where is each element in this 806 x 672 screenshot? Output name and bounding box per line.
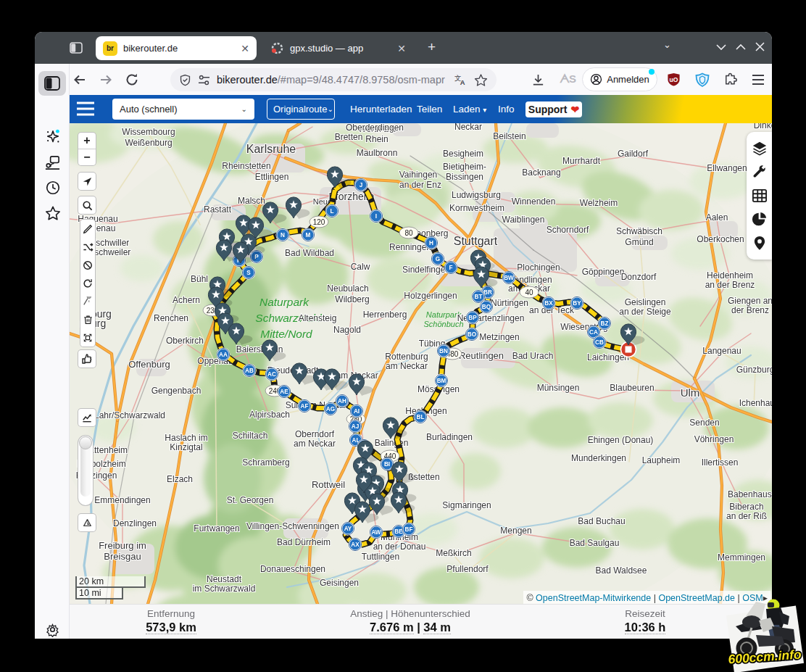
svg-text:Offenburg: Offenburg (128, 359, 170, 370)
svg-text:Wildberg: Wildberg (335, 294, 369, 304)
svg-text:Giengen an: Giengen an (728, 296, 772, 306)
svg-text:Blaubeuren: Blaubeuren (610, 383, 654, 393)
svg-text:BY: BY (573, 300, 581, 307)
svg-text:Donzdorf: Donzdorf (621, 272, 657, 282)
svg-text:Freiburg im: Freiburg im (99, 540, 146, 551)
svg-text:Schwäbisch: Schwäbisch (616, 226, 662, 236)
svg-text:CA: CA (589, 329, 598, 336)
svg-text:Malsch: Malsch (238, 196, 265, 206)
svg-text:AX: AX (351, 542, 360, 548)
svg-text:Neubulach: Neubulach (327, 283, 368, 294)
svg-text:Senden: Senden (689, 418, 719, 428)
svg-text:Winnenden: Winnenden (512, 196, 556, 207)
svg-text:BQ: BQ (482, 304, 491, 310)
svg-text:BT: BT (475, 294, 483, 300)
svg-text:AB: AB (245, 368, 254, 374)
svg-text:Bad Wildbad: Bad Wildbad (285, 248, 334, 258)
svg-text:Altensteig: Altensteig (299, 313, 337, 323)
svg-text:BO: BO (468, 331, 477, 338)
svg-text:Vöhringen: Vöhringen (694, 434, 734, 444)
svg-text:Neckar: Neckar (454, 123, 482, 132)
svg-text:Murrhardt: Murrhardt (562, 156, 601, 166)
svg-text:BI: BI (384, 461, 390, 468)
svg-text:Ludwigsburg: Ludwigsburg (452, 190, 501, 200)
svg-text:BX: BX (544, 300, 553, 307)
svg-text:Herrenberg: Herrenberg (363, 310, 407, 320)
svg-text:Achern: Achern (173, 295, 200, 305)
svg-text:Gmünd: Gmünd (625, 237, 653, 247)
svg-text:A: A (460, 79, 465, 86)
svg-text:AG: AG (326, 406, 335, 412)
svg-text:Ettenheim: Ettenheim (88, 445, 128, 455)
svg-text:Tuttlingen: Tuttlingen (362, 552, 399, 562)
svg-text:AJ: AJ (352, 423, 359, 430)
svg-text:Babenhausen: Babenhausen (728, 489, 772, 499)
svg-text:Neustadt: Neustadt (207, 574, 242, 584)
svg-text:Oberndorf: Oberndorf (295, 429, 335, 439)
svg-text:BF: BF (405, 526, 413, 533)
svg-text:Mitte/Nord: Mitte/Nord (260, 328, 313, 340)
svg-text:Bad Buchau: Bad Buchau (578, 516, 625, 526)
svg-text:120: 120 (313, 218, 325, 226)
svg-text:Geisingen: Geisingen (320, 578, 359, 588)
svg-text:I: I (375, 213, 377, 220)
svg-text:Besigheim: Besigheim (443, 149, 483, 159)
svg-text:Furtwangen: Furtwangen (194, 523, 239, 534)
svg-text:Bad Urach: Bad Urach (512, 351, 554, 361)
svg-text:Holzgerlingen: Holzgerlingen (404, 291, 457, 301)
svg-text:Göppingen: Göppingen (582, 267, 625, 277)
svg-text:Backnang: Backnang (522, 167, 560, 178)
svg-text:Villingen-Schwenningen: Villingen-Schwenningen (246, 521, 339, 531)
svg-text:J: J (360, 182, 363, 188)
svg-text:Welzheim: Welzheim (580, 198, 618, 208)
svg-text:H: H (429, 240, 433, 246)
svg-text:Bietigheim-: Bietigheim- (443, 162, 486, 172)
svg-text:AY: AY (344, 526, 352, 532)
svg-text:Weißenburg: Weißenburg (125, 138, 172, 148)
svg-text:Münsingen: Münsingen (537, 383, 580, 393)
svg-text:AA: AA (219, 352, 228, 358)
svg-text:G: G (436, 256, 440, 262)
svg-text:Rastatt: Rastatt (204, 204, 232, 215)
svg-text:Ettlingen: Ettlingen (255, 172, 289, 182)
svg-text:Ulm: Ulm (681, 386, 700, 399)
svg-text:uO: uO (670, 76, 678, 83)
svg-text:an der Brenz: an der Brenz (705, 280, 755, 290)
svg-text:AI: AI (354, 408, 360, 415)
svg-text:M: M (306, 232, 311, 238)
svg-text:Ellwangen: Ellwangen (707, 163, 747, 173)
svg-text:BZ: BZ (601, 320, 609, 327)
svg-text:Rottenburg: Rottenburg (385, 352, 428, 362)
svg-text:Oberkirch: Oberkirch (166, 336, 204, 346)
svg-text:Memmingen: Memmingen (718, 552, 765, 563)
svg-text:CB: CB (595, 339, 604, 346)
svg-text:Kinzigtal: Kinzigtal (170, 442, 202, 452)
svg-text:im Schwarzwald: im Schwarzwald (193, 584, 256, 594)
svg-text:Illertissen: Illertissen (702, 457, 739, 468)
svg-text:Bad Dürrheim: Bad Dürrheim (277, 537, 331, 547)
svg-text:BN: BN (439, 348, 448, 354)
svg-text:Mengen: Mengen (500, 526, 531, 536)
svg-text:Metzingen: Metzingen (479, 332, 519, 342)
svg-text:40: 40 (525, 289, 533, 296)
svg-text:Sigmaringen: Sigmaringen (442, 500, 491, 510)
svg-text:Calw: Calw (351, 262, 370, 272)
svg-text:S: S (246, 270, 251, 276)
svg-text:Dinke: Dinke (754, 123, 772, 130)
svg-text:Wissembourg: Wissembourg (122, 127, 175, 137)
svg-text:Plochingen: Plochingen (517, 262, 560, 273)
svg-text:an der Donau: an der Donau (373, 542, 426, 552)
svg-text:AF: AF (301, 403, 309, 410)
svg-text:Schiltach: Schiltach (233, 431, 268, 441)
svg-text:Aalen: Aalen (706, 212, 728, 223)
svg-text:Waiblingen: Waiblingen (502, 215, 545, 225)
svg-text:AE: AE (280, 389, 288, 395)
svg-text:Burladingen: Burladingen (426, 432, 473, 442)
svg-text:80: 80 (404, 229, 413, 237)
svg-text:Naturpark: Naturpark (259, 296, 309, 308)
svg-text:Stuttgart: Stuttgart (454, 235, 498, 247)
svg-text:Schorndorf: Schorndorf (547, 225, 589, 235)
svg-text:Bad Waldsee: Bad Waldsee (596, 565, 647, 576)
svg-text:Vaihingen: Vaihingen (399, 170, 438, 180)
svg-text:Nagold: Nagold (333, 325, 361, 335)
